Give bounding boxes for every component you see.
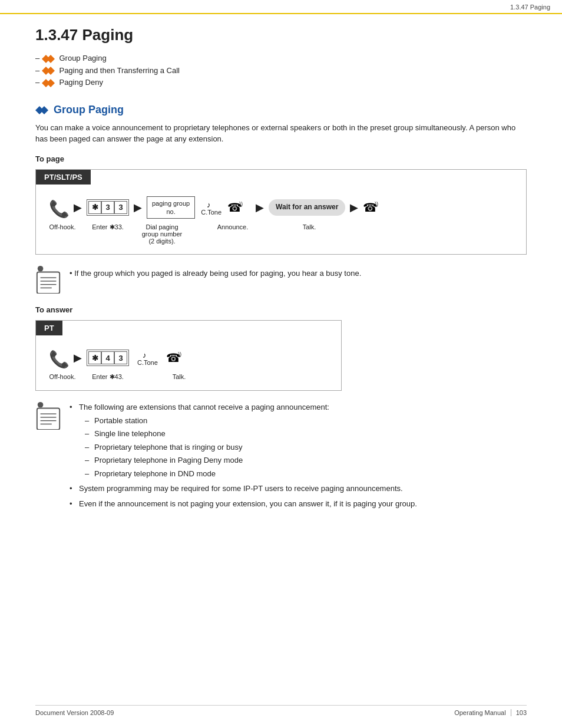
svg-rect-25: [37, 409, 59, 430]
svg-marker-7: [40, 106, 48, 114]
svg-point-14: [38, 266, 44, 272]
svg-point-24: [38, 402, 44, 408]
footer-left: Document Version 2008-09: [35, 709, 114, 716]
offhook-phone-icon: 📞: [48, 197, 69, 218]
bullet-dot-1: •: [70, 269, 74, 278]
section-diamond-icon: [35, 106, 48, 114]
to-answer-header: PT: [36, 321, 341, 335]
svg-text:)): )): [375, 201, 378, 207]
wait-bubble: Wait for an answer: [269, 199, 345, 216]
diamond-icon-2: [42, 67, 55, 75]
note-item-0: The following are extensions that cannot…: [70, 401, 417, 479]
talk-item: ☎ )): [363, 197, 386, 218]
header-title: 1.3.47 Paging: [510, 4, 550, 11]
note-sub-0-0: Portable station: [85, 415, 417, 427]
footer-manual-label: Operating Manual: [454, 709, 505, 716]
arrow-2: ▶: [134, 201, 142, 214]
to-page-body: 📞 ▶ ✱ 3 3 ▶ paging group: [36, 185, 526, 255]
arrow-5: ▶: [74, 351, 82, 364]
answer-offhook-item: 📞: [48, 347, 69, 368]
svg-text:)): )): [178, 351, 181, 357]
arrow-1: ▶: [74, 201, 82, 214]
svg-text:♪: ♪: [207, 200, 211, 209]
arrow-4: ▶: [350, 201, 358, 214]
svg-rect-15: [37, 272, 59, 294]
toc-item-2: Paging and then Transferring a Call: [35, 66, 527, 75]
note-icon-2: [35, 401, 61, 430]
star-key: ✱: [88, 201, 101, 214]
label-star33: Enter ✱33.: [87, 223, 129, 231]
group-paging-title: Group Paging: [35, 104, 527, 116]
ctone2-note-icon: ♪: [143, 350, 152, 359]
to-answer-diagram: PT 📞 ▶ ✱ 4 3: [35, 320, 342, 391]
answer-talk-item: ☎ )): [166, 347, 190, 368]
note-text-1: • If the group which you paged is alread…: [70, 265, 361, 279]
key-3a: 3: [101, 201, 114, 214]
star-key-43: ✱: [88, 351, 101, 364]
svg-text:📞: 📞: [49, 199, 69, 218]
to-page-flow: 📞 ▶ ✱ 3 3 ▶ paging group: [48, 196, 514, 219]
note-icon-1: [35, 265, 61, 294]
note-sub-0-3: Proprietary telephone in Paging Deny mod…: [85, 454, 417, 466]
answer-offhook-icon: 📞: [48, 347, 69, 368]
svg-text:♪: ♪: [143, 351, 147, 359]
label-announce: Announce.: [215, 223, 250, 230]
svg-text:📞: 📞: [49, 350, 69, 368]
label-talk: Talk.: [297, 223, 321, 230]
offhook-item: 📞: [48, 197, 69, 218]
announce-phone-icon: ☎ )): [227, 197, 251, 218]
notes-list: The following are extensions that cannot…: [70, 401, 417, 509]
svg-marker-3: [47, 67, 55, 75]
toc-item-1: Group Paging: [35, 54, 527, 63]
paging-group-box: paging group no.: [147, 196, 195, 219]
label-offhook: Off-hook.: [48, 223, 77, 230]
talk-phone-icon: ☎ )): [363, 197, 386, 218]
to-answer-body: 📞 ▶ ✱ 4 3 ♪ C.Tone: [36, 335, 341, 390]
to-answer-title: To answer: [35, 305, 527, 314]
top-header: 1.3.47 Paging: [0, 0, 562, 14]
toc-list: Group Paging Paging and then Transferrin…: [35, 54, 527, 87]
key-3b: 3: [114, 201, 127, 214]
paging-group-item: paging group no.: [147, 196, 195, 219]
note-box-2: The following are extensions that cannot…: [35, 401, 527, 513]
to-answer-flow: 📞 ▶ ✱ 4 3 ♪ C.Tone: [48, 347, 329, 368]
label-answer-talk: Talk.: [164, 373, 194, 380]
ctone-2-item: ♪ C.Tone: [137, 350, 158, 366]
note-sub-0-2: Proprietary telephone that is ringing or…: [85, 442, 417, 453]
to-page-title: To page: [35, 154, 527, 163]
main-content: 1.3.47 Paging Group Paging Paging and th…: [0, 14, 562, 560]
footer-page-number: 103: [511, 709, 527, 716]
key-4: 4: [101, 351, 114, 364]
note-sub-0-4: Proprietary telephone in DND mode: [85, 468, 417, 480]
to-page-labels: Off-hook. Enter ✱33. Dial paging group n…: [48, 223, 514, 245]
footer-right: Operating Manual 103: [454, 709, 527, 716]
ctone-1-label: C.Tone: [201, 209, 222, 216]
arrow-3: ▶: [256, 201, 264, 214]
notes-container: The following are extensions that cannot…: [70, 401, 417, 513]
page-footer: Document Version 2008-09 Operating Manua…: [35, 705, 527, 716]
toc-item-3: Paging Deny: [35, 78, 527, 87]
to-page-header: PT/SLT/PS: [36, 170, 526, 185]
svg-marker-1: [47, 55, 55, 63]
diamond-icon-1: [42, 55, 55, 63]
answer-talk-icon: ☎ )): [166, 347, 190, 368]
ctone-2-label: C.Tone: [137, 359, 158, 366]
label-answer-offhook: Off-hook.: [48, 373, 77, 380]
diamond-icon-3: [42, 79, 55, 87]
star33-item: ✱ 3 3: [87, 199, 129, 216]
ctone-note-icon: ♪: [207, 199, 216, 209]
note-item-1: System programming may be required for s…: [70, 483, 417, 495]
ctone-1-item: ♪ C.Tone: [201, 199, 222, 216]
to-answer-labels: Off-hook. Enter ✱43. Talk.: [48, 373, 329, 381]
group-paging-desc: You can make a voice announcement to pro…: [35, 122, 527, 145]
note-box-1: • If the group which you paged is alread…: [35, 265, 527, 294]
note-item-2: Even if the announcement is not paging y…: [70, 498, 417, 510]
label-star43: Enter ✱43.: [87, 373, 129, 381]
key-3c: 3: [114, 351, 127, 364]
announce-item: ☎ )): [227, 197, 251, 218]
svg-text:)): )): [239, 201, 243, 207]
page-title: 1.3.47 Paging: [35, 26, 527, 44]
to-page-diagram: PT/SLT/PS 📞 ▶ ✱ 3 3: [35, 169, 527, 255]
svg-marker-5: [47, 79, 55, 87]
star43-item: ✱ 4 3: [87, 350, 129, 366]
